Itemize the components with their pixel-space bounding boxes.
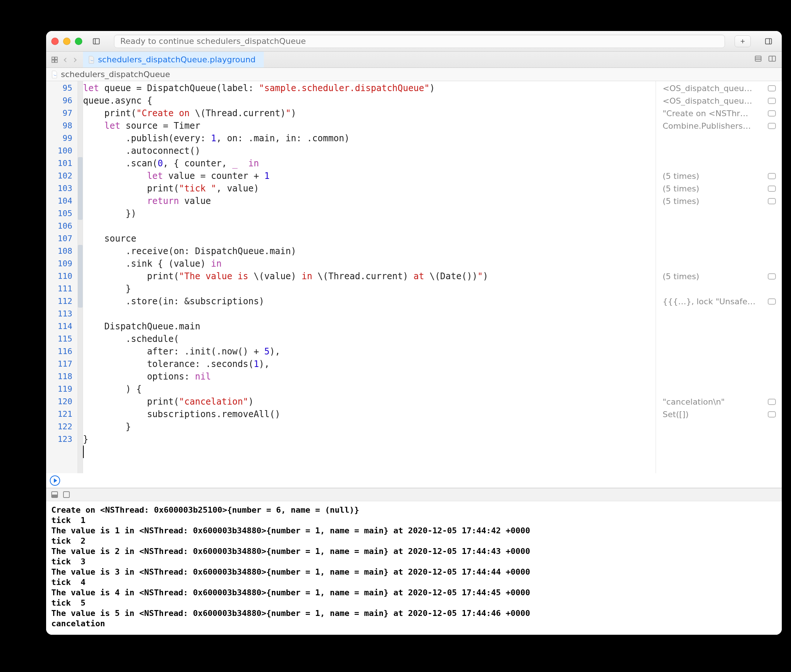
- code-line[interactable]: let source = Timer: [83, 120, 656, 132]
- code-line[interactable]: .store(in: &subscriptions): [83, 295, 656, 307]
- code-line[interactable]: source: [83, 232, 656, 245]
- code-line[interactable]: print("tick ", value): [83, 182, 656, 195]
- related-items-icon[interactable]: [51, 56, 59, 64]
- quicklook-icon[interactable]: [768, 123, 776, 129]
- file-tab[interactable]: schedulers_dispatchQueue.playground: [83, 52, 263, 67]
- line-number[interactable]: 116: [46, 345, 77, 358]
- editor-options-icon[interactable]: [754, 54, 762, 65]
- toggle-console-icon[interactable]: [63, 491, 70, 498]
- code-line[interactable]: tolerance: .seconds(1),: [83, 358, 656, 370]
- fold-indicator[interactable]: [78, 157, 83, 220]
- line-number[interactable]: 109: [46, 258, 77, 270]
- code-line[interactable]: ) {: [83, 383, 656, 395]
- quicklook-icon[interactable]: [768, 399, 776, 405]
- svg-rect-9: [55, 60, 57, 62]
- line-number[interactable]: 122: [46, 421, 77, 433]
- code-line[interactable]: options: nil: [83, 370, 656, 383]
- minimize-button[interactable]: [63, 38, 70, 45]
- code-editor[interactable]: let queue = DispatchQueue(label: "sample…: [83, 81, 656, 473]
- nav-forward-button[interactable]: ›: [72, 53, 78, 66]
- line-number[interactable]: 101: [46, 157, 77, 170]
- line-number[interactable]: 106: [46, 220, 77, 232]
- svg-rect-10: [755, 56, 761, 61]
- quicklook-icon[interactable]: [768, 85, 776, 91]
- code-line[interactable]: [83, 220, 656, 232]
- zoom-button[interactable]: [75, 38, 82, 45]
- line-number-gutter[interactable]: 9596979899100101102103104105106107108109…: [46, 81, 78, 473]
- code-line[interactable]: .publish(every: 1, on: .main, in: .commo…: [83, 132, 656, 145]
- line-number[interactable]: 96: [46, 94, 77, 107]
- code-line[interactable]: .schedule(: [83, 333, 656, 345]
- line-number[interactable]: 117: [46, 358, 77, 370]
- line-number[interactable]: 102: [46, 170, 77, 182]
- line-number[interactable]: 113: [46, 307, 77, 320]
- console-output[interactable]: Create on <NSThread: 0x600003b25100>{num…: [46, 501, 782, 635]
- code-line[interactable]: after: .init(.now() + 5),: [83, 345, 656, 358]
- inspector-toggle-button[interactable]: [761, 35, 777, 48]
- line-number[interactable]: 118: [46, 370, 77, 383]
- code-line[interactable]: print("The value is \(value) in \(Thread…: [83, 270, 656, 283]
- quicklook-icon[interactable]: [768, 110, 776, 117]
- line-number[interactable]: 115: [46, 333, 77, 345]
- line-number[interactable]: 110: [46, 270, 77, 283]
- code-line[interactable]: }: [83, 433, 656, 446]
- line-number[interactable]: 104: [46, 195, 77, 207]
- code-line[interactable]: }: [83, 421, 656, 433]
- line-number[interactable]: 111: [46, 283, 77, 295]
- line-number[interactable]: 97: [46, 107, 77, 120]
- line-number[interactable]: 103: [46, 182, 77, 195]
- quicklook-icon[interactable]: [768, 198, 776, 204]
- jump-bar[interactable]: schedulers_dispatchQueue: [46, 68, 782, 81]
- fold-ribbon[interactable]: [78, 81, 83, 473]
- line-number[interactable]: 120: [46, 395, 77, 408]
- code-line[interactable]: }): [83, 207, 656, 220]
- line-number[interactable]: 98: [46, 120, 77, 132]
- fold-indicator[interactable]: [78, 245, 83, 307]
- line-number[interactable]: 107: [46, 232, 77, 245]
- line-number[interactable]: 99: [46, 132, 77, 145]
- code-line[interactable]: queue.async {: [83, 94, 656, 107]
- code-line[interactable]: }: [83, 283, 656, 295]
- code-line[interactable]: print("cancelation"): [83, 395, 656, 408]
- code-line[interactable]: print("Create on \(Thread.current)"): [83, 107, 656, 120]
- quicklook-icon[interactable]: [768, 273, 776, 280]
- close-button[interactable]: [51, 38, 59, 45]
- code-line[interactable]: [83, 307, 656, 320]
- line-number[interactable]: 114: [46, 320, 77, 333]
- quicklook-icon[interactable]: [768, 186, 776, 192]
- code-line[interactable]: DispatchQueue.main: [83, 320, 656, 333]
- cursor-line[interactable]: [83, 446, 656, 458]
- code-line[interactable]: .autoconnect(): [83, 145, 656, 157]
- line-number[interactable]: 121: [46, 408, 77, 421]
- new-tab-button[interactable]: [735, 35, 751, 47]
- add-editor-icon[interactable]: [768, 54, 777, 65]
- svg-rect-0: [93, 38, 99, 44]
- code-line[interactable]: .scan(0, { counter, _ in: [83, 157, 656, 170]
- code-line[interactable]: .sink { (value) in: [83, 258, 656, 270]
- line-number[interactable]: 108: [46, 245, 77, 258]
- line-number[interactable]: 105: [46, 207, 77, 220]
- line-number[interactable]: 100: [46, 145, 77, 157]
- code-line[interactable]: return value: [83, 195, 656, 207]
- quicklook-icon[interactable]: [768, 411, 776, 418]
- code-line[interactable]: let queue = DispatchQueue(label: "sample…: [83, 82, 656, 94]
- sidebar-toggle-button[interactable]: [88, 35, 104, 48]
- code-line[interactable]: .receive(on: DispatchQueue.main): [83, 245, 656, 258]
- status-bar[interactable]: Ready to continue schedulers_dispatchQue…: [114, 35, 725, 48]
- line-number[interactable]: 123: [46, 433, 77, 446]
- code-line[interactable]: let value = counter + 1: [83, 170, 656, 182]
- line-number[interactable]: 95: [46, 82, 77, 94]
- quicklook-icon[interactable]: [768, 298, 776, 305]
- toggle-debug-area-icon[interactable]: [51, 491, 58, 498]
- quicklook-icon[interactable]: [768, 98, 776, 104]
- line-number[interactable]: 119: [46, 383, 77, 395]
- line-number[interactable]: 112: [46, 295, 77, 307]
- result-row: [656, 370, 782, 383]
- code-line[interactable]: subscriptions.removeAll(): [83, 408, 656, 421]
- result-row: (5 times): [656, 170, 782, 182]
- run-button[interactable]: [50, 475, 60, 486]
- result-row: Set([]): [656, 408, 782, 421]
- quicklook-icon[interactable]: [768, 173, 776, 179]
- nav-back-button[interactable]: ‹: [62, 53, 69, 66]
- result-row: [656, 157, 782, 170]
